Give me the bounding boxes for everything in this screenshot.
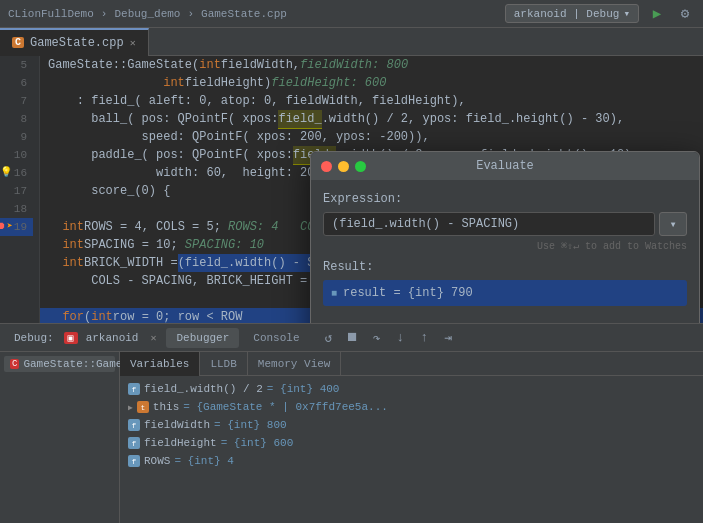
gutter-10: 10 xyxy=(0,146,33,164)
code-line-6: int fieldHeight) fieldHeight: 600 xyxy=(40,74,703,92)
main-container: 5 6 7 8 9 10 💡 16 17 18 ⏺ ➤ 19 GameState… xyxy=(0,56,703,523)
debug-panel: Debug: ▣ arkanoid ✕ Debugger Console ↺ ⏹… xyxy=(0,323,703,523)
current-line-icon: ➤ xyxy=(7,218,13,236)
code-line-8: ball_( pos: QPointF( xpos: field_.width(… xyxy=(40,110,703,128)
gutter-18: 18 xyxy=(0,200,33,218)
step-over-btn[interactable]: ↷ xyxy=(366,327,388,349)
tabs-bar: C GameState.cpp ✕ xyxy=(0,28,703,56)
result-label: Result: xyxy=(323,260,687,274)
step-out-btn[interactable]: ↑ xyxy=(414,327,436,349)
tab-memory-view[interactable]: Memory View xyxy=(248,352,342,376)
result-icon: ■ xyxy=(331,288,337,299)
call-stack-item[interactable]: C GameState::GameState xyxy=(4,356,115,372)
var-name-1: this xyxy=(153,401,179,413)
tab-debugger[interactable]: Debugger xyxy=(166,328,239,348)
var-item-1[interactable]: ▶ t this = {GameState * | 0x7ffd7ee5a... xyxy=(124,398,699,416)
maximize-window-btn[interactable] xyxy=(355,161,366,172)
debug-tabs-bar: Debug: ▣ arkanoid ✕ Debugger Console ↺ ⏹… xyxy=(0,324,703,352)
var-item-2[interactable]: f fieldWidth = {int} 800 xyxy=(124,416,699,434)
run-to-cursor-btn[interactable]: ⇥ xyxy=(438,327,460,349)
lightbulb-icon[interactable]: 💡 xyxy=(0,164,12,182)
code-editor[interactable]: GameState::GameState(int fieldWidth, fie… xyxy=(40,56,703,323)
debug-content: C GameState::GameState Variables LLDB Me… xyxy=(0,352,703,523)
class-icon: C xyxy=(10,359,19,369)
gutter-11: 💡 16 xyxy=(0,164,33,182)
variables-tabs: Variables LLDB Memory View xyxy=(120,352,703,376)
breadcrumb-item-2[interactable]: Debug_demo xyxy=(114,8,180,20)
dialog-title-bar: Evaluate xyxy=(311,152,699,180)
var-value-2: = {int} 800 xyxy=(214,419,287,431)
tab-label: GameState.cpp xyxy=(30,36,124,50)
variable-list: f field_.width() / 2 = {int} 400 ▶ t thi… xyxy=(120,376,703,474)
breadcrumb-item-3[interactable]: GameState.cpp xyxy=(201,8,287,20)
run-button[interactable]: ▶ xyxy=(647,4,667,24)
breadcrumb-item-1[interactable]: CLionFullDemo xyxy=(8,8,94,20)
debug-toolbar: ↺ ⏹ ↷ ↓ ↑ ⇥ xyxy=(314,327,460,349)
var-value-4: = {int} 4 xyxy=(174,455,233,467)
result-text: result = {int} 790 xyxy=(343,286,473,300)
chevron-down-icon: ▾ xyxy=(623,7,630,20)
code-line-5: GameState::GameState(int fieldWidth, fie… xyxy=(40,56,703,74)
expression-label: Expression: xyxy=(323,192,687,206)
watches-hint: Use ⌘⇧↵ to add to Watches xyxy=(323,240,687,252)
tab-variables[interactable]: Variables xyxy=(120,352,200,376)
gutter-5: 5 xyxy=(0,56,33,74)
breadcrumb: CLionFullDemo › Debug_demo › GameState.c… xyxy=(8,8,505,20)
run-config[interactable]: arkanoid | Debug ▾ xyxy=(505,4,639,23)
expression-dropdown-btn[interactable]: ▾ xyxy=(659,212,687,236)
var-item-4[interactable]: f ROWS = {int} 4 xyxy=(124,452,699,470)
var-icon-3: f xyxy=(128,437,140,449)
code-line-7: : field_( aleft: 0, atop: 0, fieldWidth,… xyxy=(40,92,703,110)
debug-config-name[interactable]: arkanoid xyxy=(86,332,139,344)
close-window-btn[interactable] xyxy=(321,161,332,172)
breadcrumb-sep-1: › xyxy=(101,8,108,20)
gutter-6: 6 xyxy=(0,74,33,92)
editor-area: 5 6 7 8 9 10 💡 16 17 18 ⏺ ➤ 19 GameState… xyxy=(0,56,703,323)
line-number-gutter: 5 6 7 8 9 10 💡 16 17 18 ⏺ ➤ 19 xyxy=(0,56,40,323)
var-icon-0: f xyxy=(128,383,140,395)
var-value-0: = {int} 400 xyxy=(267,383,340,395)
close-icon[interactable]: ✕ xyxy=(130,37,136,49)
tab-gamestate-cpp[interactable]: C GameState.cpp ✕ xyxy=(0,28,149,56)
result-value: ■ result = {int} 790 xyxy=(323,280,687,306)
minimize-window-btn[interactable] xyxy=(338,161,349,172)
var-name-3: fieldHeight xyxy=(144,437,217,449)
code-line-9: speed: QPointF( xpos: 200, ypos: -200)), xyxy=(40,128,703,146)
gutter-17: 17 xyxy=(0,182,33,200)
gutter-9: 9 xyxy=(0,128,33,146)
var-item-0[interactable]: f field_.width() / 2 = {int} 400 xyxy=(124,380,699,398)
gutter-19: ⏺ ➤ 19 xyxy=(0,218,33,236)
title-bar: CLionFullDemo › Debug_demo › GameState.c… xyxy=(0,0,703,28)
debug-config-icon: ▣ xyxy=(64,332,78,344)
title-bar-right: arkanoid | Debug ▾ ▶ ⚙ xyxy=(505,4,695,24)
gutter-8: 8 xyxy=(0,110,33,128)
debug-label: Debug: xyxy=(8,330,60,346)
variables-panel: Variables LLDB Memory View f field_.widt… xyxy=(120,352,703,523)
settings-icon[interactable]: ⚙ xyxy=(675,4,695,24)
var-name-0: field_.width() / 2 xyxy=(144,383,263,395)
stop-debug-btn[interactable]: ⏹ xyxy=(342,327,364,349)
var-name-4: ROWS xyxy=(144,455,170,467)
gutter-7: 7 xyxy=(0,92,33,110)
step-into-btn[interactable]: ↓ xyxy=(390,327,412,349)
close-debug-tab-icon[interactable]: ✕ xyxy=(150,332,156,344)
file-type-icon: C xyxy=(12,37,24,48)
call-stack-sidebar: C GameState::GameState xyxy=(0,352,120,523)
var-icon-2: f xyxy=(128,419,140,431)
restart-debug-btn[interactable]: ↺ xyxy=(318,327,340,349)
evaluate-dialog: Evaluate Expression: ▾ Use ⌘⇧↵ to add to… xyxy=(310,151,700,323)
expression-input-row: ▾ xyxy=(323,212,687,236)
expand-icon-1[interactable]: ▶ xyxy=(128,403,133,412)
tab-console[interactable]: Console xyxy=(243,328,309,348)
dialog-body: Expression: ▾ Use ⌘⇧↵ to add to Watches … xyxy=(311,180,699,323)
breakpoint-icon[interactable]: ⏺ xyxy=(0,218,6,236)
expression-input[interactable] xyxy=(323,212,655,236)
var-name-2: fieldWidth xyxy=(144,419,210,431)
var-item-3[interactable]: f fieldHeight = {int} 600 xyxy=(124,434,699,452)
dialog-title: Evaluate xyxy=(476,159,534,173)
tab-lldb[interactable]: LLDB xyxy=(200,352,247,376)
breadcrumb-sep-2: › xyxy=(187,8,194,20)
var-icon-4: f xyxy=(128,455,140,467)
run-config-text: arkanoid | Debug xyxy=(514,8,620,20)
var-icon-1: t xyxy=(137,401,149,413)
